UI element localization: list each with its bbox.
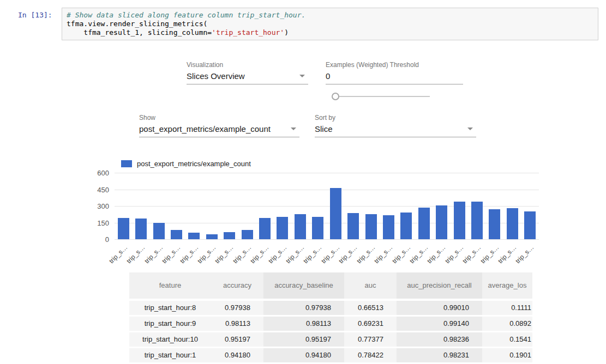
- bar[interactable]: [188, 233, 200, 239]
- visualization-label: Visualization: [187, 61, 308, 69]
- bar[interactable]: [365, 214, 377, 239]
- x-axis-tick-label: trip_s…: [143, 244, 164, 265]
- x-axis-tick-label: trip_s…: [408, 244, 429, 265]
- table-cell: 0.69231: [344, 317, 397, 331]
- table-cell: 0.94180: [211, 348, 263, 362]
- table-header-cell: feature: [129, 272, 211, 299]
- x-axis-tick-label: trip_s…: [337, 244, 358, 265]
- gridline: [115, 190, 539, 190]
- table-row: trip_start_hour:100.951970.951970.773770…: [129, 332, 532, 347]
- bar[interactable]: [471, 202, 483, 239]
- notebook-page: In [13]: # Show data sliced along featur…: [0, 0, 606, 364]
- x-axis-tick-label: trip_s…: [461, 244, 482, 265]
- bar[interactable]: [295, 214, 306, 239]
- show-label: Show: [139, 114, 299, 122]
- bar[interactable]: [118, 218, 129, 239]
- table-cell: 0.77377: [344, 332, 397, 347]
- dropdown-arrow-icon[interactable]: [291, 128, 296, 130]
- x-axis-tick-label: trip_s…: [496, 244, 518, 265]
- bar[interactable]: [135, 219, 147, 239]
- cell-prompt: In [13]:: [18, 11, 52, 19]
- table-cell: 0.98231: [397, 348, 482, 362]
- table-header-cell: auc: [344, 272, 397, 299]
- bar[interactable]: [400, 213, 412, 239]
- bar[interactable]: [489, 209, 500, 239]
- threshold-slider[interactable]: [332, 93, 430, 100]
- x-axis-tick-label: trip_s…: [373, 244, 394, 265]
- threshold-label: Examples (Weighted) Threshold: [326, 61, 463, 69]
- dropdown-arrow-icon[interactable]: [299, 75, 305, 77]
- code-token: tfma_result_1, slicing_column=: [67, 28, 212, 37]
- table-cell: 0.97938: [211, 301, 263, 315]
- show-value: post_export_metrics/example_count: [139, 124, 271, 134]
- bar[interactable]: [242, 230, 253, 239]
- dropdown-arrow-icon[interactable]: [467, 128, 473, 130]
- bar[interactable]: [277, 217, 288, 239]
- show-dropdown[interactable]: post_export_metrics/example_count: [139, 124, 299, 137]
- table-cell: 0.66513: [344, 301, 397, 315]
- chart-legend: post_export_metrics/example_count: [121, 160, 251, 168]
- gridline: [115, 173, 539, 173]
- x-axis-tick-label: trip_s…: [443, 244, 465, 265]
- legend-swatch-icon: [121, 160, 132, 167]
- x-axis-tick-label: trip_s…: [213, 244, 235, 265]
- metrics-table: featureaccuracyaccuracy_baselineaucauc_p…: [129, 272, 532, 364]
- code-cell[interactable]: # Show data sliced along feature column …: [62, 8, 598, 40]
- bar[interactable]: [330, 188, 341, 239]
- bar[interactable]: [347, 213, 359, 239]
- x-axis-tick-label: trip_s…: [196, 244, 217, 265]
- code-editor[interactable]: # Show data sliced along feature column …: [67, 11, 593, 37]
- table-cell: 0.1541: [482, 332, 532, 347]
- y-axis-tick-label: 600: [97, 169, 109, 177]
- x-axis-tick-label: trip_s…: [284, 244, 305, 265]
- y-axis-tick-label: 150: [97, 219, 109, 227]
- sort-field: Sort by Slice: [315, 114, 476, 137]
- bar[interactable]: [436, 205, 447, 239]
- table-cell: 0.98113: [211, 317, 263, 331]
- table-cell: trip_start_hour:9: [129, 317, 211, 331]
- table-cell: 0.78422: [344, 348, 397, 362]
- table-cell: 0.1901: [482, 348, 532, 362]
- x-axis-tick-label: trip_s…: [514, 244, 536, 265]
- y-axis-tick-label: 450: [97, 185, 109, 193]
- bar[interactable]: [507, 208, 518, 239]
- bar[interactable]: [418, 208, 430, 239]
- bar[interactable]: [259, 218, 271, 239]
- bar[interactable]: [312, 217, 323, 239]
- table-cell: trip_start_hour:1: [129, 348, 211, 362]
- y-axis: 0150300450600: [81, 173, 109, 239]
- table-cell: 0.97938: [263, 301, 344, 315]
- table-header-row: featureaccuracyaccuracy_baselineaucauc_p…: [129, 272, 532, 299]
- table-cell: 0.95197: [263, 332, 344, 347]
- table-cell: 0.98236: [397, 332, 482, 347]
- table-cell: 0.98113: [263, 317, 344, 331]
- slider-track[interactable]: [337, 96, 430, 97]
- bar[interactable]: [383, 215, 394, 239]
- x-axis-tick-label: trip_s…: [320, 244, 341, 265]
- sort-dropdown[interactable]: Slice: [315, 124, 476, 137]
- bar[interactable]: [153, 223, 165, 239]
- gridline: [115, 239, 539, 240]
- table-row: trip_start_hour:80.979380.979380.665130.…: [129, 301, 532, 315]
- table-cell: 0.1111: [482, 301, 532, 315]
- bar[interactable]: [206, 234, 218, 239]
- threshold-input[interactable]: 0: [326, 71, 463, 84]
- x-axis-tick-label: trip_s…: [249, 244, 270, 265]
- table-header-cell: auc_precision_recall: [397, 272, 482, 299]
- visualization-field: Visualization Slices Overview: [187, 61, 308, 84]
- table-cell: trip_start_hour:8: [129, 301, 211, 315]
- table-cell: 0.0892: [482, 317, 532, 331]
- legend-label: post_export_metrics/example_count: [137, 160, 251, 168]
- bar[interactable]: [454, 202, 465, 239]
- bar[interactable]: [171, 230, 182, 239]
- bar-chart: trip_s…trip_s…trip_s…trip_s…trip_s…trip_…: [115, 173, 539, 239]
- bar[interactable]: [524, 211, 536, 239]
- x-axis-tick-label: trip_s…: [302, 244, 323, 265]
- slider-knob[interactable]: [332, 93, 339, 100]
- sort-label: Sort by: [315, 114, 476, 122]
- visualization-dropdown[interactable]: Slices Overview: [187, 71, 308, 84]
- y-axis-tick-label: 300: [97, 202, 109, 210]
- x-axis-tick-label: trip_s…: [355, 244, 376, 265]
- bar[interactable]: [224, 232, 235, 239]
- table-cell: 0.95197: [211, 332, 263, 347]
